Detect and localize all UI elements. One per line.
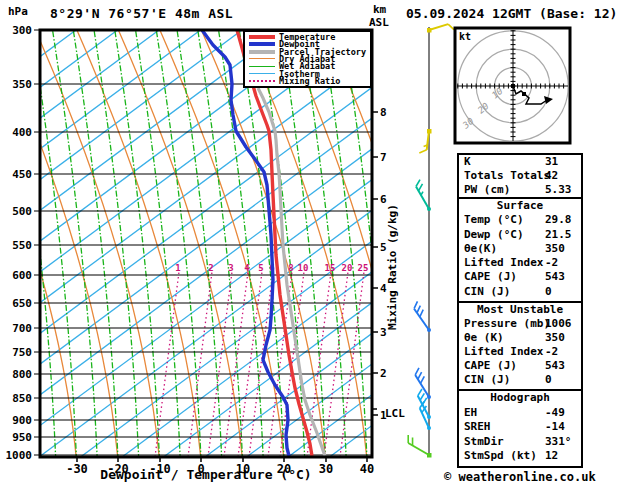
wind-barb-feather (421, 376, 425, 383)
wind-barb (419, 129, 431, 153)
pressure-tick-label: 950 (12, 431, 32, 444)
wet-adiabat-line (73, 28, 118, 460)
pressure-tick-label: 600 (12, 269, 32, 282)
wind-barb-half-feather (421, 192, 423, 195)
sounding-curves (202, 30, 325, 456)
table-row-label: Temp (°C) (464, 213, 524, 226)
mixing-ratio-value-label: 15 (325, 263, 336, 273)
altitude-km-tick-label: 8 (380, 106, 387, 119)
wind-barb-base-dot (427, 328, 431, 332)
watermark: © weatheronline.co.uk (444, 470, 596, 484)
table-row: StmDir331° (459, 435, 581, 450)
legend-entry: Mixing Ratio (245, 78, 370, 84)
wind-barb-feather (418, 389, 422, 396)
mixing-ratio-line (155, 272, 179, 457)
dry-adiabat-line (76, 28, 201, 460)
mixing-ratio-value-label: 8 (288, 263, 293, 273)
table-row-label: CIN (J) (464, 373, 510, 386)
table-row-value: -2 (545, 345, 558, 359)
table-row: StmSpd (kt)12 (459, 449, 581, 464)
indices-table: K31Totals Totals42PW (cm)5.33 (457, 153, 583, 199)
wind-barb-feather (419, 150, 426, 153)
hodograph-ring-label: 30 (460, 116, 476, 131)
hodograph-inner: 102030 (455, 28, 570, 143)
table-row-value: 31 (545, 155, 558, 169)
mixing-ratio-line (238, 272, 262, 457)
mixing-ratio-line (340, 272, 364, 457)
mixing-ratio-value-label: 4 (244, 263, 250, 273)
pressure-tick-label: 900 (12, 414, 32, 427)
wet-adiabat-line (115, 28, 160, 460)
wind-barb-feather (420, 310, 423, 317)
hodograph-table: HodographEH-49SREH-14StmDir331°StmSpd (k… (457, 391, 583, 468)
table-row-label: PW (cm) (464, 183, 510, 196)
pressure-tick-label: 550 (12, 239, 32, 252)
lcl-label: LCL (385, 407, 405, 420)
table-row: Totals Totals42 (459, 169, 581, 183)
table-row-value: 543 (545, 270, 565, 284)
wind-barb-staff (415, 375, 429, 397)
temperature-tick-label: 40 (360, 462, 374, 476)
table-row-label: StmDir (464, 435, 504, 448)
hodograph-dot (522, 92, 526, 96)
table-row-value: 29.8 (545, 213, 572, 227)
wet-adiabat-line (32, 28, 77, 460)
wind-barb (414, 301, 431, 332)
table-row-label: EH (464, 406, 477, 419)
wind-barb-base-dot (427, 28, 432, 33)
pressure-tick-label: 650 (12, 297, 32, 310)
mixing-ratio-value-label: 10 (298, 263, 309, 273)
wind-barb-feather (420, 393, 424, 400)
pressure-tick-label: 300 (12, 24, 32, 37)
mixing-ratio-value-label: 5 (258, 263, 263, 273)
table-row-label: Dewp (°C) (464, 228, 524, 241)
table-row-value: 0 (545, 373, 552, 387)
wind-barb-staff (429, 24, 448, 30)
hodograph-panel: 102030kt (455, 28, 570, 143)
legend-line-swatch (249, 73, 275, 74)
legend-line-swatch (249, 58, 275, 59)
table-row-value: 331° (545, 435, 572, 450)
table-row-value: 1006 (545, 317, 572, 331)
wind-barb-base-dot (427, 453, 432, 458)
pressure-tick-label: 800 (12, 368, 32, 381)
table-section-header: Hodograph (459, 391, 581, 406)
legend-line-swatch (249, 66, 275, 67)
pressure-tick-label: 700 (12, 322, 32, 335)
table-row: CAPE (J)543 (459, 270, 581, 284)
wet-adiabat-line (198, 28, 243, 460)
table-row-label: CIN (J) (464, 285, 510, 298)
table-row-label: θe(K) (464, 242, 497, 255)
table-row-value: 350 (545, 242, 565, 256)
wind-barb-base-dot (427, 426, 431, 430)
table-row-label: CAPE (J) (464, 270, 517, 283)
wind-barb-base-dot (427, 207, 431, 211)
legend-line-swatch (249, 50, 275, 54)
mixing-ratio-value-label: 1 (175, 263, 180, 273)
table-row: EH-49 (459, 406, 581, 421)
mixing-ratio-value-label: 25 (358, 263, 369, 273)
legend-entry-label: Mixing Ratio (279, 78, 340, 84)
dry-adiabat-line (35, 28, 160, 460)
pressure-tick-label: 350 (12, 78, 32, 91)
table-row: Lifted Index-2 (459, 345, 581, 359)
table-row-value: 21.5 (545, 228, 572, 242)
wind-barb-base-dot (427, 395, 431, 399)
mixing-ratio-line (224, 272, 248, 457)
wind-barb-feather (414, 301, 417, 308)
table-row: CIN (J)0 (459, 285, 581, 299)
skewt-sounding-screenshot: hPa 8°29'N 76°57'E 48m ASL km ASL 05.09.… (0, 0, 629, 486)
legend-line-swatch (249, 80, 275, 82)
table-row-value: 350 (545, 331, 565, 345)
wind-barb-base-dot (427, 129, 432, 134)
wind-barb-feather (418, 372, 422, 379)
table-row-value: 0 (545, 285, 552, 299)
table-row-label: StmSpd (kt) (464, 449, 537, 462)
table-row: Pressure (mb)1006 (459, 317, 581, 331)
table-row: θe (K)350 (459, 331, 581, 345)
table-row: Lifted Index-2 (459, 256, 581, 270)
table-row-label: SREH (464, 420, 491, 433)
legend-line-swatch (249, 42, 275, 46)
hodograph-dot (511, 84, 515, 88)
table-row: CIN (J)0 (459, 373, 581, 387)
